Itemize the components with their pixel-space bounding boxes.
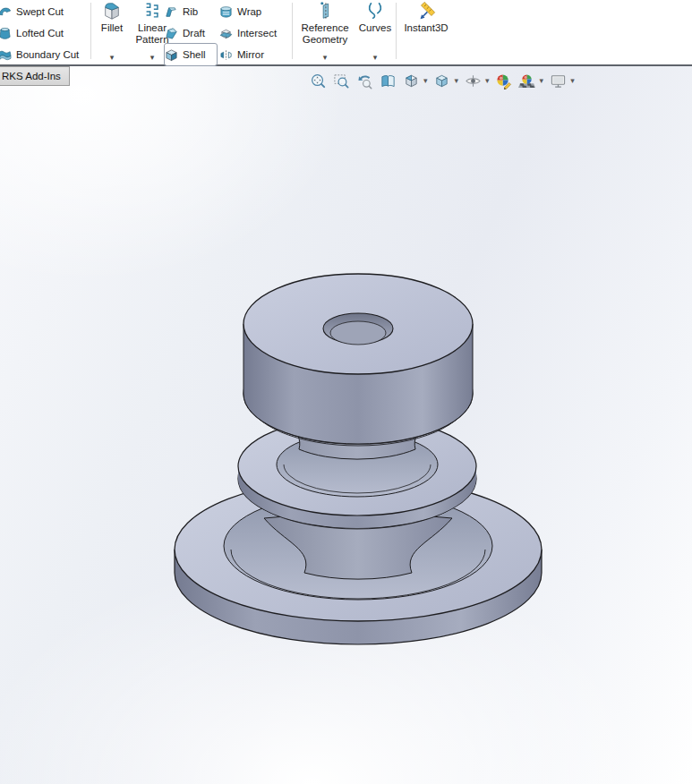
mirror-icon [219,48,233,62]
intersect-icon [219,27,233,40]
boundary-cut-label: Boundary Cut [16,49,79,60]
previous-view-icon [356,72,373,89]
lofted-cut-icon [0,27,12,40]
feature-tools-group-1: Rib Draft Shell [165,1,217,65]
zoom-to-area-button[interactable] [332,72,350,89]
edit-appearance-icon [495,72,512,89]
fillet-button[interactable]: Fillet ▾ [93,0,131,64]
rib-label: Rib [183,6,198,17]
swept-cut-icon [0,5,12,19]
edit-appearance-button[interactable] [495,72,513,89]
intersect-button[interactable]: Intersect [219,22,291,44]
swept-cut-button[interactable]: Swept Cut [0,1,90,22]
wrap-label: Wrap [237,6,261,17]
feature-tools-group-2: Wrap Intersect Mirror [219,1,291,65]
hide-show-items-icon [465,72,482,89]
curves-label: Curves [359,22,391,34]
solidworks-window: { "ribbon": { "cut_tools": [ {"label": "… [0,0,692,784]
display-style-dropdown-arrow[interactable]: ▾ [455,76,459,85]
wrap-button[interactable]: Wrap [219,1,291,22]
graphics-viewport[interactable]: RKS Add-Ins ▾ ▾ ▾ ▾ ▾ [0,66,692,784]
section-view-button[interactable] [379,72,397,89]
curves-button[interactable]: Curves ▾ [355,0,396,64]
reference-geometry-button[interactable]: Reference Geometry ▾ [295,0,355,64]
boundary-cut-icon [0,48,12,62]
reference-geometry-label: Reference Geometry [295,22,355,45]
display-style-icon [433,72,450,89]
view-orientation-dropdown-arrow[interactable]: ▾ [423,76,428,85]
fillet-dropdown-arrow[interactable]: ▾ [93,54,131,62]
hide-show-items-dropdown-arrow[interactable]: ▾ [485,76,490,85]
instant3d-label: Instant3D [404,22,448,34]
previous-view-button[interactable] [355,72,373,89]
feature-ribbon: Swept Cut Lofted Cut Boundary Cut Fillet… [0,0,692,66]
shell-label: Shell [183,49,206,60]
lofted-cut-label: Lofted Cut [16,28,64,38]
view-settings-dropdown-arrow[interactable]: ▾ [570,76,575,85]
view-orientation-icon [403,72,420,89]
apply-scene-icon [518,72,535,89]
zoom-to-fit-button[interactable] [309,72,327,89]
mirror-label: Mirror [237,49,264,60]
lofted-cut-button[interactable]: Lofted Cut [0,22,90,44]
wrap-icon [219,5,233,19]
ribbon-separator [292,3,293,59]
zoom-to-area-icon [333,72,350,89]
mirror-button[interactable]: Mirror [219,44,291,65]
rib-button[interactable]: Rib [165,1,217,22]
instant3d-icon [415,1,437,21]
model-top-disc[interactable] [243,274,473,446]
draft-label: Draft [183,28,205,38]
curves-icon [364,1,386,21]
instant3d-button[interactable]: Instant3D [399,0,453,64]
tab-addins[interactable]: RKS Add-Ins [0,66,70,86]
draft-icon [165,27,178,40]
heads-up-view-toolbar: ▾ ▾ ▾ ▾ ▾ [309,72,575,89]
display-style-button[interactable] [433,72,451,89]
apply-scene-dropdown-arrow[interactable]: ▾ [540,76,544,85]
curves-dropdown-arrow[interactable]: ▾ [355,54,396,62]
boundary-cut-button[interactable]: Boundary Cut [0,44,90,65]
ribbon-separator [90,3,91,59]
reference-geometry-icon [314,1,336,21]
draft-button[interactable]: Draft [165,22,217,44]
view-orientation-button[interactable] [402,72,420,89]
swept-cut-label: Swept Cut [16,6,64,17]
view-settings-button[interactable] [549,72,567,89]
linear-pattern-icon [141,1,163,21]
fillet-icon [101,1,123,21]
shell-button[interactable]: Shell [165,44,217,65]
apply-scene-button[interactable] [518,72,536,89]
zoom-to-fit-icon [310,72,327,89]
cut-tools-group: Swept Cut Lofted Cut Boundary Cut [0,1,90,65]
reference-geometry-dropdown-arrow[interactable]: ▾ [295,54,355,62]
intersect-label: Intersect [237,28,277,38]
shell-icon [165,48,178,62]
ribbon-separator [396,3,397,59]
part-model-3d[interactable] [0,66,692,784]
hide-show-items-button[interactable] [464,72,482,89]
fillet-label: Fillet [101,22,123,34]
rib-icon [165,5,178,19]
section-view-icon [380,72,397,89]
view-settings-icon [550,72,567,89]
